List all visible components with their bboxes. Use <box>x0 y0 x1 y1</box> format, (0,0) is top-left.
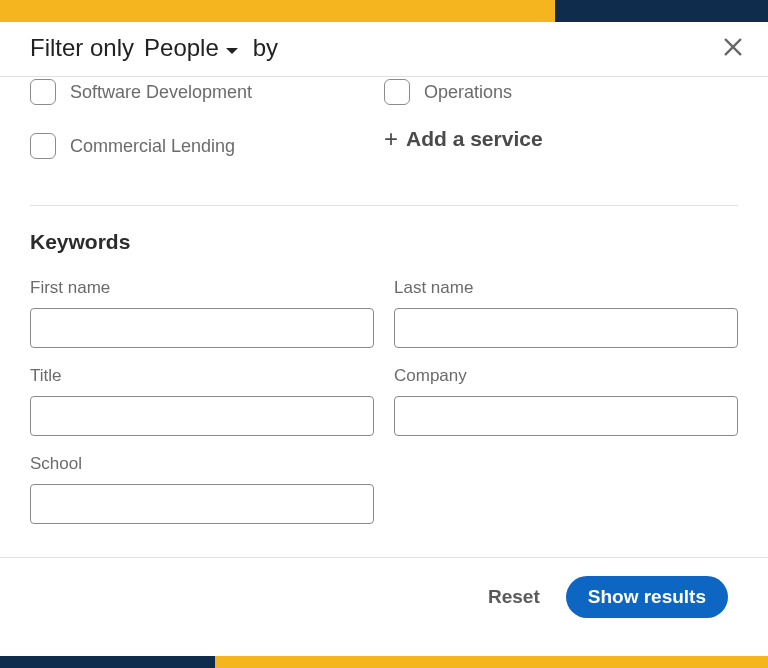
service-label: Commercial Lending <box>70 136 235 157</box>
page-accent-top <box>0 0 768 22</box>
close-icon <box>722 44 744 61</box>
title-field-wrapper: Title <box>30 366 374 436</box>
last-name-input[interactable] <box>394 308 738 348</box>
accent-gold <box>0 0 555 22</box>
reset-button[interactable]: Reset <box>488 586 540 608</box>
checkbox[interactable] <box>30 79 56 105</box>
keywords-section: Keywords First name Last name Title Comp… <box>30 230 738 524</box>
company-input[interactable] <box>394 396 738 436</box>
show-results-button[interactable]: Show results <box>566 576 728 618</box>
filter-modal-header: Filter only People by <box>0 22 768 77</box>
page-accent-bottom <box>0 656 768 668</box>
services-section: Software Development Commercial Lending … <box>30 85 738 206</box>
accent-gold <box>215 656 768 668</box>
company-label: Company <box>394 366 738 386</box>
accent-navy <box>555 0 768 22</box>
checkbox[interactable] <box>384 79 410 105</box>
accent-navy <box>0 656 215 668</box>
add-service-label: Add a service <box>406 127 543 151</box>
add-service-button[interactable]: + Add a service <box>384 127 738 151</box>
service-label: Software Development <box>70 82 252 103</box>
filter-suffix: by <box>253 34 278 62</box>
school-input[interactable] <box>30 484 374 524</box>
company-field-wrapper: Company <box>394 366 738 436</box>
keywords-title: Keywords <box>30 230 738 254</box>
checkbox[interactable] <box>30 133 56 159</box>
last-name-label: Last name <box>394 278 738 298</box>
school-label: School <box>30 454 374 474</box>
filter-prefix: Filter only <box>30 34 134 62</box>
service-option[interactable]: Operations <box>384 79 738 105</box>
title-label: Title <box>30 366 374 386</box>
filter-entity-label: People <box>144 34 219 62</box>
first-name-field-wrapper: First name <box>30 278 374 348</box>
school-field-wrapper: School <box>30 454 374 524</box>
service-option[interactable]: Software Development <box>30 79 384 105</box>
title-input[interactable] <box>30 396 374 436</box>
last-name-field-wrapper: Last name <box>394 278 738 348</box>
caret-down-icon <box>225 34 239 62</box>
first-name-input[interactable] <box>30 308 374 348</box>
filter-entity-dropdown[interactable]: People <box>144 34 239 62</box>
close-button[interactable] <box>722 36 744 62</box>
filter-scroll-area[interactable]: Software Development Commercial Lending … <box>0 77 768 557</box>
plus-icon: + <box>384 127 398 151</box>
filter-footer: Reset Show results <box>0 557 768 635</box>
service-label: Operations <box>424 82 512 103</box>
first-name-label: First name <box>30 278 374 298</box>
service-option[interactable]: Commercial Lending <box>30 133 384 159</box>
